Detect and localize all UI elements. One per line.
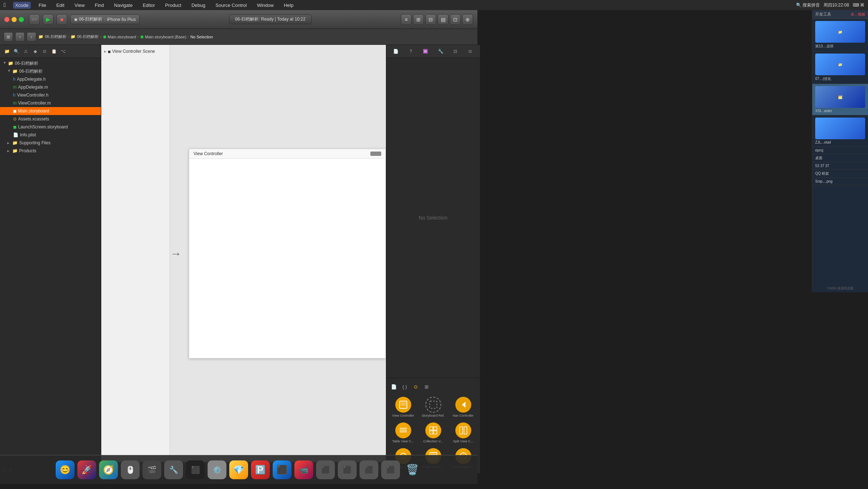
inspector-identity-btn[interactable]: 🆔 <box>419 47 432 56</box>
nav-search-btn[interactable]: 🔍 <box>12 47 20 55</box>
scheme-selector[interactable]: ▣ 06-归档解析 › iPhone 6s Plus <box>70 14 140 24</box>
component-splitview[interactable]: Split View C... <box>449 421 477 445</box>
inspector-quickhelp-btn[interactable]: ? <box>404 47 417 56</box>
inspector-file-btn[interactable]: 📄 <box>389 47 403 56</box>
inspector-attribute-btn[interactable]: 🔧 <box>434 47 447 56</box>
menu-navigate[interactable]: Navigate <box>112 2 135 9</box>
tree-products[interactable]: ▶ 📁 Products <box>0 147 101 155</box>
navigator-toggle[interactable]: ≡ <box>401 14 412 25</box>
tree-info-plist[interactable]: 📄 Info.plist <box>0 131 101 139</box>
component-collectionview[interactable]: Collection V... <box>419 421 447 445</box>
tree-supporting-files[interactable]: ▶ 📁 Supporting Files <box>0 139 101 147</box>
component-tableview[interactable]: Table View C... <box>389 421 417 445</box>
breadcrumb-3[interactable]: Main.storyboard <box>108 35 136 39</box>
tree-appdelegate-h[interactable]: h AppDelegate.h <box>0 75 101 83</box>
menu-find[interactable]: Find <box>93 2 106 9</box>
breadcrumb-storyboard-icon-2: ◼ <box>140 34 144 39</box>
run-button[interactable]: ▶ <box>43 14 54 25</box>
component-storyboard-ref[interactable]: Storyboard Ref. <box>419 395 447 419</box>
stop-button[interactable]: 暂停 <box>29 14 40 25</box>
breadcrumb-2[interactable]: 06-归档解析 <box>77 34 99 39</box>
menu-file[interactable]: File <box>37 2 48 9</box>
dock-safari[interactable]: 🧭 <box>99 460 118 479</box>
breadcrumb-5[interactable]: No Selection <box>190 35 213 39</box>
nav-back[interactable]: ‹ <box>15 32 25 42</box>
component-view-controller[interactable]: View Controller <box>389 395 417 419</box>
menu-product[interactable]: Product <box>163 2 184 9</box>
nav-test-btn[interactable]: ⊙ <box>41 47 48 55</box>
editor-toggle[interactable]: ⊞ <box>413 14 424 25</box>
menu-debug[interactable]: Debug <box>189 2 207 9</box>
dock-qq[interactable]: ⬛ <box>273 460 292 479</box>
tree-assets[interactable]: ⊙ Assets.xcassets <box>0 115 101 123</box>
menu-source-control[interactable]: Source Control <box>213 2 249 9</box>
dock-extra3[interactable]: ⬛ <box>359 460 378 479</box>
dock-pockyt[interactable]: 🅿️ <box>251 460 270 479</box>
minimize-button[interactable] <box>12 17 17 22</box>
apple-menu[interactable]:  <box>4 2 6 8</box>
nav-vcs-btn[interactable]: ⌥ <box>59 47 67 55</box>
dock-extra1[interactable]: ⬛ <box>316 460 335 479</box>
scene-item-vc[interactable]: ▶ ◼ View Controller Scene <box>101 47 170 56</box>
tree-viewcontroller-h[interactable]: h ViewController.h <box>0 91 101 99</box>
dock-extra2[interactable]: ⬛ <box>338 460 357 479</box>
breadcrumb-4[interactable]: Main.storyboard (Base) <box>145 35 186 39</box>
dock-video[interactable]: 📹 <box>294 460 313 479</box>
folder-item-07[interactable]: 📁 07…(优化 <box>812 51 868 84</box>
fullscreen-button[interactable] <box>19 17 24 22</box>
nav-panel-toggle[interactable]: ⊞ <box>4 32 13 42</box>
tree-main-storyboard[interactable]: ◼ Main.storyboard <box>0 107 101 115</box>
nav-warning-btn[interactable]: ⚠ <box>22 47 30 55</box>
folder-item-zjl[interactable]: ZJL...etail <box>812 115 868 147</box>
nav-forward[interactable]: › <box>27 32 36 42</box>
breadcrumb-sep-1: › <box>68 35 69 39</box>
lib-file-btn[interactable]: 📄 <box>389 382 399 391</box>
inspector-size-btn[interactable]: ⊡ <box>449 47 462 56</box>
folder-item-xsi[interactable]: 🗂️ XSI...aster <box>812 84 868 115</box>
tree-viewcontroller-m[interactable]: m ViewController.m <box>0 99 101 107</box>
menu-help[interactable]: Help <box>282 2 296 9</box>
dock-launchpad[interactable]: 🚀 <box>77 460 96 479</box>
stop-square-button[interactable]: ■ <box>56 14 67 25</box>
tree-appdelegate-m[interactable]: m AppDelegate.m <box>0 83 101 91</box>
tree-launch-storyboard[interactable]: ◼ LaunchScreen.storyboard <box>0 123 101 131</box>
debug-toggle[interactable]: ▤ <box>438 14 448 25</box>
folder-item-13[interactable]: 📁 第13…业班 <box>812 19 868 51</box>
component-nav-controller[interactable]: Nav Controller <box>449 395 477 419</box>
dock-settings[interactable]: ⚙️ <box>208 460 226 479</box>
lib-code-btn[interactable]: { } <box>400 382 409 391</box>
dock-tools[interactable]: 🔧 <box>164 460 183 479</box>
nav-folder-icon[interactable]: 📁 <box>3 47 11 55</box>
dock-extra4[interactable]: ⬛ <box>381 460 400 479</box>
canvas-area[interactable]: → View Controller <box>170 45 386 462</box>
menu-view[interactable]: View <box>72 2 87 9</box>
lib-media-btn[interactable]: ⊞ <box>422 382 431 391</box>
dock-sketch[interactable]: 💎 <box>229 460 248 479</box>
folder-item-qq[interactable]: QQ 框架 <box>812 170 868 178</box>
nav-breakpoint-btn[interactable]: ◆ <box>31 47 39 55</box>
assistant-toggle[interactable]: ⊟ <box>425 14 436 25</box>
breadcrumb-1[interactable]: 06-归档解析 <box>45 34 67 39</box>
library-toggle[interactable]: ⊕ <box>462 14 473 25</box>
dock-mouse[interactable]: 🖱️ <box>121 460 140 479</box>
inspector-toggle[interactable]: ⊡ <box>450 14 461 25</box>
dock-terminal[interactable]: ⬛ <box>186 460 205 479</box>
toolbar: 暂停 ▶ ■ ▣ 06-归档解析 › iPhone 6s Plus 06-归档解… <box>0 10 477 29</box>
tree-subfolder[interactable]: ▶ 📁 06-归档解析 <box>0 67 101 75</box>
folder-item-snip[interactable]: Snip....png <box>812 178 868 185</box>
dock-media[interactable]: 🎬 <box>142 460 161 479</box>
lib-object-btn[interactable]: ⊙ <box>411 382 420 391</box>
inspector-connections-btn[interactable]: ⊙ <box>464 47 477 56</box>
folder-item-desktop[interactable]: 桌面 <box>812 154 868 162</box>
menu-window[interactable]: Window <box>255 2 276 9</box>
menu-search[interactable]: 🔍 搜索拼音 <box>796 2 820 8</box>
menu-edit[interactable]: Edit <box>54 2 67 9</box>
tree-root[interactable]: ▶ 📁 06-归档解析 <box>0 59 101 67</box>
dock-trash[interactable]: 🗑️ <box>403 460 422 479</box>
folder-item-eproj[interactable]: eproj <box>812 147 868 154</box>
close-button[interactable] <box>4 17 9 22</box>
menu-editor[interactable]: Editor <box>141 2 157 9</box>
nav-report-btn[interactable]: 📋 <box>50 47 58 55</box>
dock-finder[interactable]: 😊 <box>56 460 75 479</box>
menu-xcode[interactable]: Xcode <box>13 2 31 9</box>
